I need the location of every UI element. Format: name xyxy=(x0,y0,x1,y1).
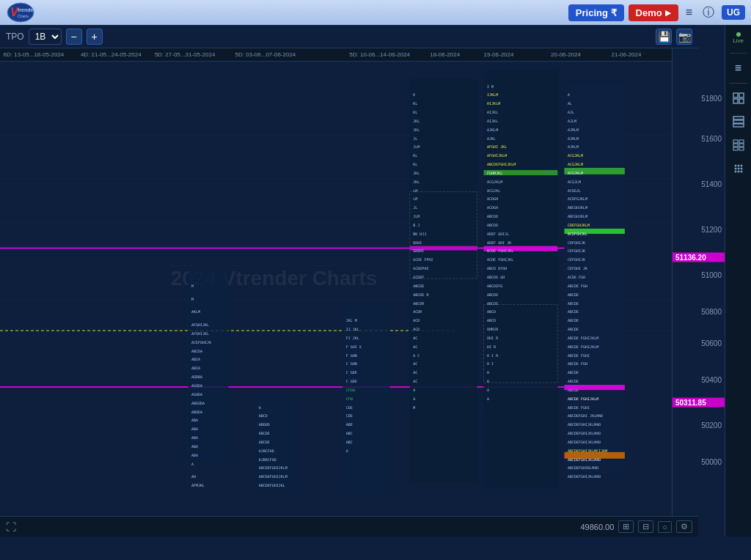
svg-text:ACGJKLM: ACGJKLM xyxy=(568,162,583,166)
svg-text:OHMJR: OHMJR xyxy=(487,327,499,331)
price-highlight-50311: 50311.85 xyxy=(673,398,725,408)
svg-text:ACDE FGH: ACDE FGH xyxy=(568,275,585,279)
menu-icon[interactable]: ≡ xyxy=(683,4,695,21)
svg-text:AJKLM: AJKLM xyxy=(487,128,498,132)
avatar-button[interactable]: UG xyxy=(722,5,745,20)
svg-text:ABA: ABA xyxy=(191,427,198,431)
svg-text:A: A xyxy=(487,388,489,392)
svg-text:ACDGH: ACDGH xyxy=(487,196,498,201)
svg-text:CDE: CDE xyxy=(346,405,353,410)
svg-text:ABCDA: ABCDA xyxy=(191,349,202,353)
svg-rect-203 xyxy=(733,117,744,119)
sidebar-live: Live xyxy=(728,28,749,48)
svg-text:ACDE FGHIJKL: ACDE FGHIJKL xyxy=(487,257,513,262)
svg-text:ABCD EFGH: ABCD EFGH xyxy=(487,266,507,270)
svg-text:ACGJKLM: ACGJKLM xyxy=(487,180,502,184)
svg-text:ABCDEFGHIJKLM: ABCDEFGHIJKLM xyxy=(487,162,516,166)
tpo-block-6: A AL AJL AJLM AJRLM AJRLM AJKLM ACGJKLM … xyxy=(564,84,624,479)
pricing-button[interactable]: Pricing ₹ xyxy=(568,4,624,21)
svg-text:ABOOD: ABOOD xyxy=(259,422,270,427)
timeframe-select[interactable]: 1B51530 xyxy=(29,29,62,45)
svg-text:LM: LM xyxy=(413,196,417,201)
svg-text:GCDEPHI: GCDEPHI xyxy=(413,266,428,270)
date-tick-8: 20-06-2024 xyxy=(551,51,581,58)
circle-button[interactable]: ○ xyxy=(658,521,672,533)
svg-text:DDHI: DDHI xyxy=(413,240,422,245)
svg-rect-200 xyxy=(739,93,744,97)
svg-text:AGODA: AGODA xyxy=(191,383,202,388)
sidebar-divider-2 xyxy=(730,83,747,84)
sidebar-grid2[interactable] xyxy=(728,88,749,108)
sidebar-dots[interactable] xyxy=(728,158,749,179)
camera-button[interactable]: 📷 xyxy=(676,29,692,45)
svg-text:AC: AC xyxy=(413,361,417,366)
svg-text:ABCDEFGHIJKL: ABCDEFGHIJKL xyxy=(259,483,285,487)
toolbar: TPO 1B51530 − + 💾 📷 xyxy=(0,25,698,48)
svg-text:CFGN: CFGN xyxy=(346,388,355,392)
svg-text:JLM: JLM xyxy=(413,214,420,218)
info-icon[interactable]: ⓘ xyxy=(700,4,717,22)
svg-text:JKL: JKL xyxy=(413,128,420,132)
svg-text:ABCD: ABCD xyxy=(259,413,268,418)
svg-text:ACDGJL: ACDGJL xyxy=(568,188,581,193)
svg-text:IJ JKL: IJ JKL xyxy=(346,327,359,331)
svg-rect-68 xyxy=(410,79,477,483)
chart-area[interactable]: 6D: 13-05...18-05-2024 4D: 21-05...24-05… xyxy=(0,48,672,516)
settings-button[interactable]: ⚙ xyxy=(676,520,692,533)
list-view-button[interactable]: ⊟ xyxy=(638,520,653,533)
svg-text:ACDGH: ACDGH xyxy=(487,205,498,210)
sidebar-grid4[interactable] xyxy=(728,135,749,155)
chart-wrapper: 6D: 13-05...18-05-2024 4D: 21-05...24-05… xyxy=(0,48,725,516)
svg-text:FGHMJKL: FGHMJKL xyxy=(487,171,502,175)
price-label-51400: 51400 xyxy=(701,180,722,188)
live-label: Live xyxy=(733,37,744,44)
svg-text:ACD: ACD xyxy=(413,318,420,323)
demo-button[interactable]: Demo ▶ xyxy=(629,4,678,21)
svg-text:JKL: JKL xyxy=(413,171,420,175)
svg-text:ABCDE: ABCDE xyxy=(568,292,579,297)
tpo-block-2: A ABCD ABOOD ABCDE ABCDE AJBCFAD AJBRCFA… xyxy=(255,396,296,491)
sidebar-lines[interactable]: ≡ xyxy=(728,58,749,78)
svg-point-213 xyxy=(737,165,739,167)
chart-canvas: 2024 Vtrender Charts xyxy=(0,62,672,495)
svg-text:ABCDE: ABCDE xyxy=(413,284,424,288)
logo: V trender Charts xyxy=(6,1,35,23)
svg-text:AJLM: AJLM xyxy=(568,119,576,123)
svg-text:JL: JL xyxy=(413,136,417,141)
plus-button[interactable]: + xyxy=(87,29,103,45)
svg-text:ACGJKL: ACGJKL xyxy=(487,188,500,193)
save-button[interactable]: 💾 xyxy=(656,29,672,45)
date-tick-2: 4D: 21-05...24-05-2024 xyxy=(81,51,142,58)
svg-text:ABIA: ABIA xyxy=(191,366,200,370)
svg-text:ABCDE: ABCDE xyxy=(487,292,498,297)
svg-text:K: K xyxy=(413,92,415,97)
svg-text:ABCDE FGHIJKLM: ABCDE FGHIJKLM xyxy=(568,397,598,401)
svg-text:CDFGHIJK: CDFGHIJK xyxy=(568,240,585,245)
svg-text:A: A xyxy=(191,462,194,466)
grid-view-button[interactable]: ⊞ xyxy=(618,520,634,533)
minus-button[interactable]: − xyxy=(66,29,82,45)
sidebar-grid3[interactable] xyxy=(728,111,749,132)
svg-text:ABCDE FGHIJKLM: ABCDE FGHIJKLM xyxy=(568,345,598,349)
svg-text:AKLM: AKLM xyxy=(191,309,200,314)
svg-rect-206 xyxy=(733,140,738,143)
svg-point-220 xyxy=(740,171,742,173)
expand-icon[interactable]: ⛶ xyxy=(6,521,16,533)
svg-rect-201 xyxy=(733,99,738,103)
svg-text:KL: KL xyxy=(413,110,417,114)
svg-text:ABCDE R: ABCDE R xyxy=(413,292,429,297)
bottom-left: ⛶ xyxy=(6,521,16,533)
symbol-label: TPO xyxy=(6,32,24,42)
logo-icon: V trender Charts xyxy=(6,1,35,23)
navbar: V trender Charts Pricing ₹ Demo ▶ ≡ ⓘ UG xyxy=(0,0,751,25)
svg-point-217 xyxy=(740,168,742,170)
date-tick-9: 21-06-2024 xyxy=(612,51,642,58)
svg-text:Charts: Charts xyxy=(18,14,29,18)
svg-text:ABCDE FGHI: ABCDE FGHI xyxy=(568,353,590,358)
svg-text:HI R: HI R xyxy=(487,345,497,349)
bottom-bar: ⛶ 49860.00 ⊞ ⊟ ○ ⚙ xyxy=(0,516,698,537)
svg-text:JL: JL xyxy=(413,205,417,210)
svg-text:ABCDE: ABCDE xyxy=(568,370,579,375)
svg-rect-208 xyxy=(733,144,738,147)
svg-text:A C: A C xyxy=(413,353,420,358)
